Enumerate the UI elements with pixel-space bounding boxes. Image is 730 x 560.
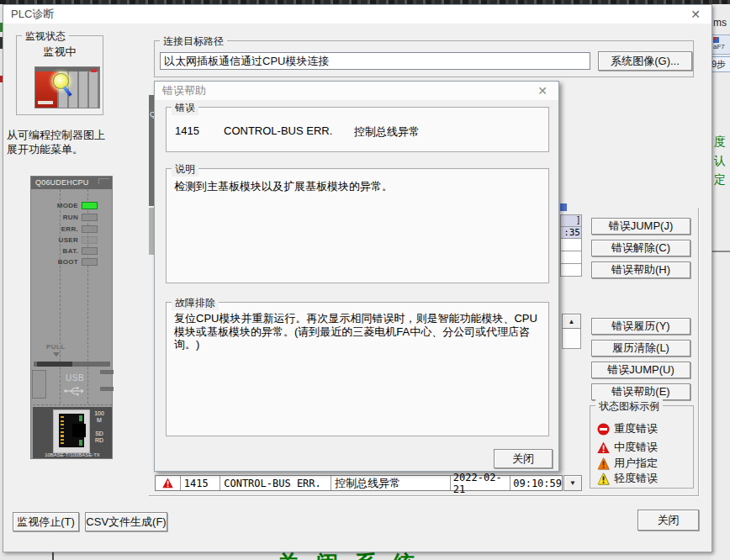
module-handle-2 <box>100 387 114 391</box>
error-history-row[interactable]: 1415 CONTROL-BUS ERR. 控制总线异常 2022-02-21 … <box>155 475 563 491</box>
port-speed-label: 100 M <box>93 410 105 424</box>
rj45-clip-bottom <box>79 440 82 446</box>
error-area-group-bottom-edge <box>149 495 699 496</box>
hint-line-1: 从可编程控制器图上 <box>7 128 150 142</box>
error-description: 控制总线异常 <box>354 124 420 140</box>
led-row-mode: MODE <box>38 201 98 209</box>
troubleshooting-text: 复位CPU模块并重新运行。再次显示相同错误时，则是智能功能模块、CPU模块或基板… <box>174 312 542 351</box>
occluded-scrollbar-up-button[interactable]: ▲ <box>562 314 581 329</box>
port-sdrd-label: SD RD <box>93 431 105 444</box>
occluded-cell-4 <box>560 251 582 264</box>
status-icon-legend-group: 状态图标示例 重度错误 中度错误 用户指定 轻度错误 <box>590 405 694 489</box>
monitor-status-group-title: 监视状态 <box>22 29 69 44</box>
background-right-strip: ms aF7 9步 度 认 定 <box>711 4 730 560</box>
no-entry-icon <box>597 423 610 436</box>
error-name: CONTROL-BUS ERR. <box>224 124 332 137</box>
error-jump-button[interactable]: 错误JUMP(J) <box>591 218 690 235</box>
error-clear-button[interactable]: 错误解除(C) <box>591 240 690 256</box>
module-handle-1 <box>100 370 114 374</box>
close-icon[interactable]: ✕ <box>688 7 703 22</box>
plc-thumbnail-image[interactable] <box>34 66 100 108</box>
error-history-button[interactable]: 错误履历(Y) <box>591 318 690 335</box>
monitor-stop-button[interactable]: 监视停止(T) <box>13 512 79 531</box>
boot-led <box>82 258 98 266</box>
user-led <box>82 236 98 244</box>
connection-path-group-title: 连接目标路径 <box>160 34 227 49</box>
system-image-button[interactable]: 系统图像(G)... <box>598 51 692 71</box>
usb-label: USB <box>66 373 84 383</box>
history-row-icon-cell <box>156 476 181 490</box>
led-row-run: RUN <box>38 213 98 221</box>
red-triangle-icon <box>162 478 173 489</box>
explanation-group-title: 说明 <box>172 162 198 177</box>
main-close-button[interactable]: 关闭 <box>637 510 699 531</box>
error-help-button[interactable]: 错误帮助(H) <box>591 262 690 278</box>
history-scrollbar-down-button[interactable]: ▼ <box>563 475 582 491</box>
monitor-status-group: 监视状态 监视中 <box>16 35 103 115</box>
error-help-dialog: 错误帮助 ✕ 错误 1415 CONTROL-BUS ERR. 控制总线异常 说… <box>154 81 559 472</box>
led-row-bat: BAT. <box>38 246 98 255</box>
history-row-code: 1415 <box>181 476 220 490</box>
background-green-char-1: 度 <box>714 135 726 150</box>
explanation-text: 检测到主基板模块以及扩展基板模块的异常。 <box>174 180 541 193</box>
led-row-user: USER <box>38 235 98 244</box>
hint-text: 从可编程控制器图上 展开功能菜单。 <box>7 128 150 156</box>
occluded-cell-5 <box>560 264 582 277</box>
close-icon[interactable]: ✕ <box>535 83 550 98</box>
error-help-title: 错误帮助 <box>155 83 206 98</box>
occluded-table-sliver: ] :35 <box>560 214 582 277</box>
mode-led-green <box>82 202 98 209</box>
magnifier-icon <box>53 73 69 89</box>
background-green-char-3: 定 <box>714 172 726 188</box>
rj45-tab <box>72 424 86 437</box>
history-row-name: CONTROL-BUS ERR. <box>220 476 331 490</box>
thumb-red-chip <box>91 69 97 72</box>
background-text-ms: ms <box>713 17 727 29</box>
thumb-label-strip <box>38 101 53 104</box>
rj45-pins <box>61 416 64 445</box>
hint-line-2: 展开功能菜单。 <box>7 142 150 156</box>
explanation-group: 说明 检测到主基板模块以及扩展基板模块的异常。 <box>166 168 549 283</box>
usb-icon <box>63 385 85 397</box>
occluded-cell-1: ] <box>560 214 582 227</box>
bat-led <box>82 247 98 255</box>
module-dash-hline <box>33 404 112 405</box>
port-caption: 10BASE-T/100BASE-TX <box>33 452 112 457</box>
error-code: 1415 <box>175 124 199 137</box>
plc-cpu-module-image[interactable]: Q06UDEHCPU MODE RUN ERR. USER BAT. BOOT … <box>30 176 113 459</box>
occluded-blue-icon-fragment <box>560 203 567 211</box>
history-clear-button[interactable]: 履历清除(L) <box>591 340 690 357</box>
status-icon-legend-title: 状态图标示例 <box>595 399 663 414</box>
error-area-group-right-edge <box>698 208 699 495</box>
yellow-triangle-icon <box>597 473 610 485</box>
connection-path-text: 以太网插板通信通过CPU模块连接 <box>164 54 329 69</box>
pull-arrow-icon <box>53 352 60 357</box>
history-row-description: 控制总线异常 <box>331 476 451 490</box>
orange-triangle-icon <box>597 457 610 470</box>
csv-generate-button[interactable]: CSV文件生成(F) <box>85 512 167 531</box>
background-toolbar-fragment: aF7 <box>711 34 730 55</box>
connection-path-field[interactable]: 以太网插板通信通过CPU模块连接 <box>160 52 590 70</box>
led-row-boot: BOOT <box>38 257 98 266</box>
run-led <box>82 214 98 221</box>
occluded-cell-time: :35 <box>560 227 582 239</box>
error-help-close-button[interactable]: 关闭 <box>494 449 553 468</box>
plc-dialog-title: PLC诊断 <box>3 7 54 22</box>
plc-dialog-titlebar[interactable]: PLC诊断 ✕ <box>3 5 711 24</box>
history-row-date: 2022-02-21 <box>451 476 510 490</box>
history-row-time: 09:10:59 <box>510 476 562 490</box>
ethernet-section: 100 M SD RD 10BASE-T/100BASE-TX <box>33 407 112 458</box>
plc-diagnostics-dialog: PLC诊断 ✕ 监视状态 监视中 从可编程控制器图上 展开功能菜单。 Q06UD… <box>3 4 712 552</box>
history-error-help-button[interactable]: 错误帮助(E) <box>591 383 690 400</box>
history-error-jump-button[interactable]: 错误JUMP(U) <box>591 362 690 378</box>
rj45-port <box>53 409 90 453</box>
err-led <box>82 225 98 233</box>
error-group: 错误 1415 CONTROL-BUS ERR. 控制总线异常 <box>166 107 549 152</box>
legend-item-minor: 轻度错误 <box>597 471 658 486</box>
legend-item-user: 用户指定 <box>597 456 658 471</box>
scroll-up-icon: ▲ <box>569 318 575 325</box>
occluded-scrollbar-track[interactable] <box>562 329 581 349</box>
error-group-title: 错误 <box>172 101 198 115</box>
troubleshooting-group-title: 故障排除 <box>172 296 219 310</box>
error-help-titlebar[interactable]: 错误帮助 ✕ <box>155 82 558 100</box>
